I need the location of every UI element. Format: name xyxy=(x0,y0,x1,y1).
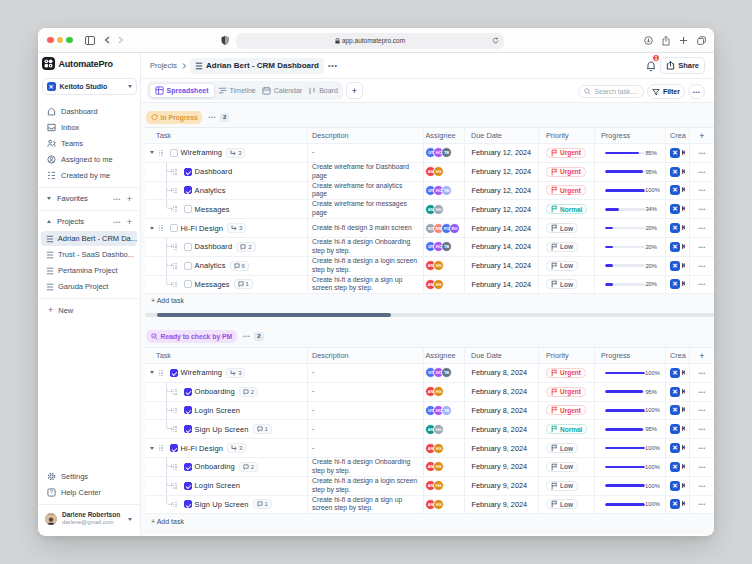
svg-text:?: ? xyxy=(50,489,53,495)
